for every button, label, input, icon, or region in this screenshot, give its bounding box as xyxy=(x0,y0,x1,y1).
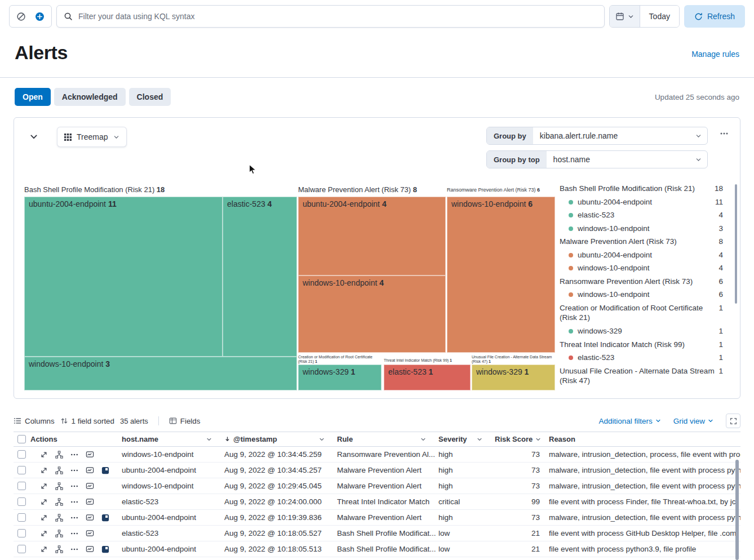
page-title: Alerts xyxy=(15,42,68,64)
osquery-icon[interactable] xyxy=(101,514,109,522)
analyze-event-icon[interactable] xyxy=(55,498,63,506)
legend-item[interactable]: ubuntu-2004-endpoint11 xyxy=(560,195,723,209)
analyze-event-icon[interactable] xyxy=(55,482,63,490)
investigate-in-timeline-icon[interactable] xyxy=(86,545,94,553)
osquery-icon[interactable] xyxy=(101,545,109,553)
investigate-in-timeline-icon[interactable] xyxy=(86,482,94,490)
toolbar-right: Additional filters Grid view xyxy=(598,414,740,428)
investigate-in-timeline-icon[interactable] xyxy=(86,513,94,522)
legend-item[interactable]: ubuntu-2004-endpoint4 xyxy=(560,248,723,262)
legend-item[interactable]: elastic-5231 xyxy=(560,351,723,365)
panel-options-icon[interactable] xyxy=(720,129,729,138)
saved-query-menu-icon[interactable] xyxy=(16,12,26,21)
more-actions-icon[interactable] xyxy=(70,514,78,522)
columns-button[interactable]: Columns xyxy=(14,417,55,425)
more-actions-icon[interactable] xyxy=(70,451,78,459)
expand-alert-icon[interactable] xyxy=(40,482,48,490)
tab-open[interactable]: Open xyxy=(15,88,51,106)
manage-rules-link[interactable]: Manage rules xyxy=(691,50,739,59)
treemap-block[interactable]: ubuntu-2004-endpoint 11 xyxy=(24,197,223,357)
expand-alert-icon[interactable] xyxy=(40,545,48,553)
chevron-down-icon xyxy=(695,157,702,163)
legend-group[interactable]: Bash Shell Profile Modification (Risk 21… xyxy=(560,182,723,195)
sorted-button[interactable]: 1 field sorted xyxy=(60,417,114,425)
treemap-block[interactable]: windows-10-endpoint 3 xyxy=(24,357,297,390)
expand-alert-icon[interactable] xyxy=(40,451,48,459)
tab-closed[interactable]: Closed xyxy=(129,88,171,106)
legend-group[interactable]: Threat Intel Indicator Match (Risk 99)1 xyxy=(560,338,723,352)
expand-alert-icon[interactable] xyxy=(40,530,48,537)
legend-item[interactable]: windows-3291 xyxy=(560,325,723,338)
row-checkbox[interactable] xyxy=(17,450,26,459)
legend-group[interactable]: Ransomware Prevention Alert (Risk 73)6 xyxy=(560,275,723,288)
chart-view-select[interactable]: Treemap xyxy=(57,127,127,147)
legend-item[interactable]: windows-10-endpoint3 xyxy=(560,222,723,235)
grid-view-button[interactable]: Grid view xyxy=(673,417,713,425)
more-actions-icon[interactable] xyxy=(70,498,78,506)
treemap-block[interactable]: windows-10-endpoint 4 xyxy=(298,275,446,353)
collapse-chart-icon[interactable] xyxy=(30,133,38,141)
date-picker-button[interactable] xyxy=(610,6,640,27)
table-row: windows-10-endpoint Aug 9, 2022 @ 10:34:… xyxy=(14,447,740,463)
refresh-button[interactable]: Refresh xyxy=(684,5,745,28)
treemap-block[interactable]: ubuntu-2004-endpoint 4 xyxy=(298,197,446,275)
more-actions-icon[interactable] xyxy=(70,482,78,490)
today-button[interactable]: Today xyxy=(640,6,679,27)
treemap-block[interactable]: windows-329 1 xyxy=(298,365,382,390)
treemap-block[interactable]: elastic-523 1 xyxy=(384,365,471,390)
investigate-in-timeline-icon[interactable] xyxy=(86,466,94,474)
analyze-event-icon[interactable] xyxy=(55,545,63,553)
more-actions-icon[interactable] xyxy=(70,530,78,537)
legend-item[interactable]: windows-10-endpoint4 xyxy=(560,261,723,275)
col-host-name[interactable]: host.name xyxy=(122,432,224,446)
col-reason[interactable]: Reason xyxy=(549,432,740,446)
analyze-event-icon[interactable] xyxy=(55,466,63,474)
col-rule[interactable]: Rule xyxy=(337,432,438,446)
row-checkbox[interactable] xyxy=(17,482,26,490)
more-actions-icon[interactable] xyxy=(70,466,78,474)
tab-acknowledged[interactable]: Acknowledged xyxy=(54,88,126,106)
additional-filters-button[interactable]: Additional filters xyxy=(598,417,660,425)
col-risk-score[interactable]: Risk Score xyxy=(495,432,549,446)
treemap-block[interactable]: elastic-523 4 xyxy=(223,197,297,357)
expand-alert-icon[interactable] xyxy=(40,466,48,474)
chevron-down-icon xyxy=(695,133,702,139)
legend-group[interactable]: Unusual File Creation - Alternate Data S… xyxy=(560,365,723,388)
investigate-in-timeline-icon[interactable] xyxy=(86,450,94,459)
cell-risk-score: 21 xyxy=(495,529,549,537)
table-row: elastic-523 Aug 9, 2022 @ 10:18:05.527 B… xyxy=(14,526,740,541)
fullscreen-icon[interactable] xyxy=(726,414,740,428)
legend-group[interactable]: Creation or Modification of Root Certifi… xyxy=(560,301,723,325)
row-checkbox[interactable] xyxy=(17,466,26,474)
treemap-block[interactable]: windows-10-endpoint 6 xyxy=(447,197,555,353)
col-severity[interactable]: Severity xyxy=(438,432,495,446)
kql-filter-input[interactable] xyxy=(78,12,597,21)
col-timestamp[interactable]: @timestamp xyxy=(224,432,337,446)
toolbar-divider xyxy=(158,416,159,425)
more-actions-icon[interactable] xyxy=(70,545,78,553)
row-checkbox[interactable] xyxy=(17,497,26,506)
analyze-event-icon[interactable] xyxy=(55,451,63,459)
cell-timestamp: Aug 9, 2022 @ 10:34:45.257 xyxy=(224,466,337,474)
analyze-event-icon[interactable] xyxy=(55,514,63,522)
select-all-checkbox[interactable] xyxy=(17,435,26,443)
fields-button[interactable]: Fields xyxy=(169,417,201,425)
row-checkbox[interactable] xyxy=(17,529,26,537)
expand-alert-icon[interactable] xyxy=(40,498,48,506)
legend-scrollbar[interactable] xyxy=(735,184,737,304)
investigate-in-timeline-icon[interactable] xyxy=(86,529,94,537)
table-scrollbar[interactable] xyxy=(735,460,739,560)
group-by-select[interactable]: kibana.alert.rule.name xyxy=(533,127,707,144)
add-filter-icon[interactable] xyxy=(35,12,45,21)
group-by-top-select[interactable]: host.name xyxy=(547,151,707,168)
analyze-event-icon[interactable] xyxy=(55,530,63,537)
investigate-in-timeline-icon[interactable] xyxy=(86,497,94,506)
expand-alert-icon[interactable] xyxy=(40,514,48,522)
legend-item[interactable]: windows-10-endpoint6 xyxy=(560,288,723,301)
osquery-icon[interactable] xyxy=(101,466,109,474)
legend-group[interactable]: Malware Prevention Alert (Risk 73)8 xyxy=(560,235,723,248)
legend-item[interactable]: elastic-5234 xyxy=(560,208,723,222)
treemap-block[interactable]: windows-329 1 xyxy=(472,365,555,390)
row-checkbox[interactable] xyxy=(17,513,26,522)
row-checkbox[interactable] xyxy=(17,545,26,553)
